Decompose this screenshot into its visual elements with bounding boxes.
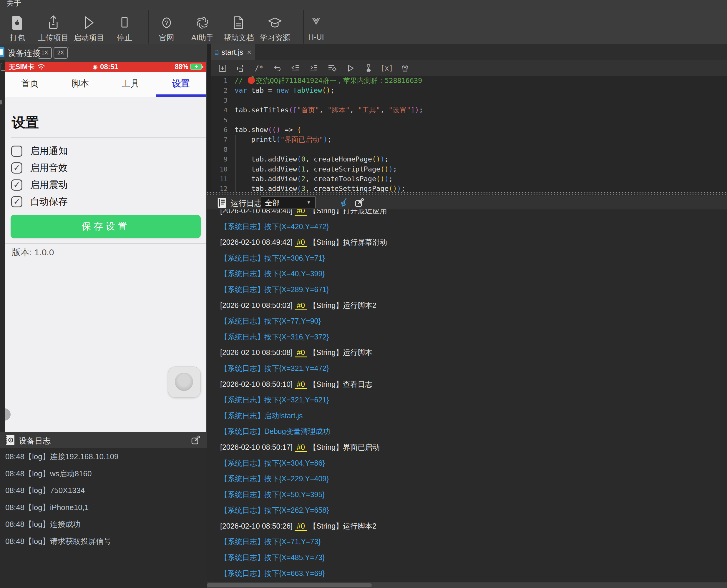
- run-log-icon: [216, 197, 227, 209]
- package-label: 打包: [0, 33, 37, 43]
- assist-dot-icon: [175, 373, 193, 391]
- settings-option-row: ✓ 启用震动: [5, 176, 206, 193]
- checkbox[interactable]: ✓: [11, 196, 22, 207]
- website-label: 官网: [147, 33, 186, 43]
- popout-icon[interactable]: [191, 435, 200, 445]
- device-log-list[interactable]: 08:48【log】连接192.168.10.109 08:48【log】ws启…: [0, 448, 207, 588]
- statusbar-battery: 88%: [175, 62, 204, 72]
- run-log-entry: 【系统日志】按下{X=71,Y=73}: [207, 534, 727, 550]
- device-log-entry: 08:48【log】请求获取投屏信号: [0, 533, 207, 550]
- variables-icon[interactable]: [x]: [382, 63, 392, 73]
- run-log-entry: 【系统日志】按下{X=321,Y=472}: [207, 361, 727, 377]
- line-number: 8: [211, 145, 235, 154]
- zoom-1x-button[interactable]: 1X: [38, 47, 52, 59]
- upload-project-button[interactable]: 上传项目: [34, 15, 73, 43]
- clear-icon[interactable]: [400, 63, 410, 73]
- editor-toolbar: /* [x]: [211, 60, 727, 76]
- popout-icon[interactable]: [355, 198, 364, 207]
- run-log-entry: 【系统日志】按下{X=306,Y=71}: [207, 250, 727, 266]
- toggle-comment-icon[interactable]: /*: [254, 63, 264, 73]
- format-code-icon[interactable]: [327, 63, 337, 73]
- settings-options: 启用通知 ✓ 启用音效 ✓ 启用震动 ✓ 自动保存: [5, 143, 206, 210]
- checkbox[interactable]: [11, 146, 22, 157]
- log-filter-dropdown[interactable]: 全部 ▼: [261, 196, 316, 208]
- test-flask-icon[interactable]: [363, 63, 373, 73]
- device-log-title: 设备日志: [19, 436, 51, 446]
- divider: [11, 137, 206, 138]
- device-log-header: 设备日志: [0, 432, 207, 448]
- run-project-button[interactable]: 启动项目: [70, 15, 108, 43]
- hui-home-button[interactable]: H-UI: [297, 15, 335, 42]
- zoom-2x-button[interactable]: 2X: [54, 47, 68, 59]
- dock-notch-icon: [0, 100, 2, 104]
- run-log-list[interactable]: [2026-02-10 08:49:40] #0 【String】打开最近应用 …: [207, 209, 727, 582]
- apple-emoji: [248, 77, 255, 84]
- line-number: 12: [211, 184, 235, 192]
- settings-option-row: 启用通知: [5, 143, 206, 160]
- outdent-icon[interactable]: [290, 63, 301, 73]
- phone-tab[interactable]: 工具: [105, 72, 156, 97]
- indent-icon[interactable]: [309, 63, 319, 73]
- code-line: 10 tab.addView(1, createScriptPage());: [211, 164, 727, 174]
- checkbox[interactable]: ✓: [11, 162, 22, 173]
- menu-about[interactable]: 关于: [6, 0, 21, 8]
- undo-icon[interactable]: [272, 63, 282, 73]
- website-button[interactable]: ? 官网: [147, 15, 186, 43]
- code-line: 5: [211, 115, 727, 125]
- run-icon[interactable]: [345, 63, 355, 73]
- save-settings-button[interactable]: 保存设置: [11, 215, 201, 238]
- clear-log-broom-icon[interactable]: [339, 197, 349, 208]
- time-label: 08:51: [100, 63, 118, 71]
- menubar: 关于: [0, 0, 727, 9]
- phone-tab[interactable]: 脚本: [55, 72, 105, 97]
- filter-value: 全部: [265, 198, 280, 208]
- settings-option-row: ✓ 自动保存: [5, 193, 206, 211]
- phone-tab[interactable]: 设置: [156, 72, 206, 97]
- record-dot-icon: ◉: [93, 63, 98, 70]
- ai-assistant-button[interactable]: AI助手: [183, 15, 222, 43]
- learning-resources-label: 学习资源: [256, 33, 294, 43]
- phone-tabbar: 首页 脚本 工具 设置: [5, 72, 206, 97]
- stop-icon: [105, 15, 144, 31]
- tab-close-icon[interactable]: ✕: [247, 49, 251, 56]
- package-button[interactable]: 打包: [0, 15, 37, 43]
- settings-option-row: ✓ 启用音效: [5, 160, 206, 177]
- check-icon: ✓: [13, 164, 20, 172]
- floating-assist-button[interactable]: [168, 366, 201, 398]
- battery-charging-icon: [190, 63, 204, 70]
- upload-project-icon: [34, 15, 73, 31]
- code-line: 8: [211, 145, 727, 154]
- horizontal-scrollbar[interactable]: [207, 582, 727, 588]
- code-line: 7 printl("界面已启动");: [211, 135, 727, 144]
- device-screen-mirror[interactable]: 无SIM卡 ◉ 08:51 88% 首页 脚本 工具 设置 设置: [5, 62, 206, 432]
- edge-drag-handle[interactable]: [5, 408, 11, 421]
- run-log-entry: [2026-02-10 08:49:40] #0 【String】打开最近应用: [207, 209, 727, 219]
- horizontal-splitter[interactable]: [207, 192, 727, 196]
- run-log-entry: 【系统日志】按下{X=262,Y=658}: [207, 502, 727, 518]
- device-connect-header: 设备连接 1X 2X: [0, 44, 207, 60]
- svg-text:?: ?: [165, 19, 168, 26]
- device-log-entry: 08:48【log】iPhone10,1: [0, 499, 207, 516]
- help-doc-button[interactable]: 帮助文档: [220, 15, 258, 43]
- learning-resources-button[interactable]: 学习资源: [256, 15, 294, 43]
- chevron-down-icon[interactable]: ▼: [302, 197, 315, 208]
- print-icon[interactable]: [236, 63, 246, 73]
- divider: [5, 243, 206, 244]
- scrollbar-thumb[interactable]: [207, 583, 372, 587]
- run-log-title: 运行日志: [230, 198, 262, 209]
- new-file-icon[interactable]: [218, 63, 227, 73]
- run-log-entry: 【系统日志】Debug变量清理成功: [207, 424, 727, 439]
- option-label: 启用震动: [30, 178, 68, 191]
- dock-handle-icon[interactable]: [1, 63, 5, 71]
- code-line: 2var tab = new TabView();: [211, 86, 727, 95]
- check-icon: ✓: [13, 198, 20, 206]
- checkbox[interactable]: ✓: [11, 180, 22, 191]
- run-project-label: 启动项目: [70, 33, 108, 43]
- code-editor[interactable]: 1// 交流QQ群711841924群一，苹果内测群：528816639 2va…: [211, 76, 727, 192]
- phone-tab[interactable]: 首页: [5, 72, 55, 97]
- ai-assistant-label: AI助手: [183, 33, 222, 43]
- code-line: 6tab.show(() => {: [211, 125, 727, 135]
- stop-button[interactable]: 停止: [105, 15, 144, 43]
- editor-tab-startjs[interactable]: JS start.js ✕: [211, 44, 255, 60]
- settings-page: 设置 启用通知 ✓ 启用音效 ✓ 启用震动 ✓: [5, 97, 206, 417]
